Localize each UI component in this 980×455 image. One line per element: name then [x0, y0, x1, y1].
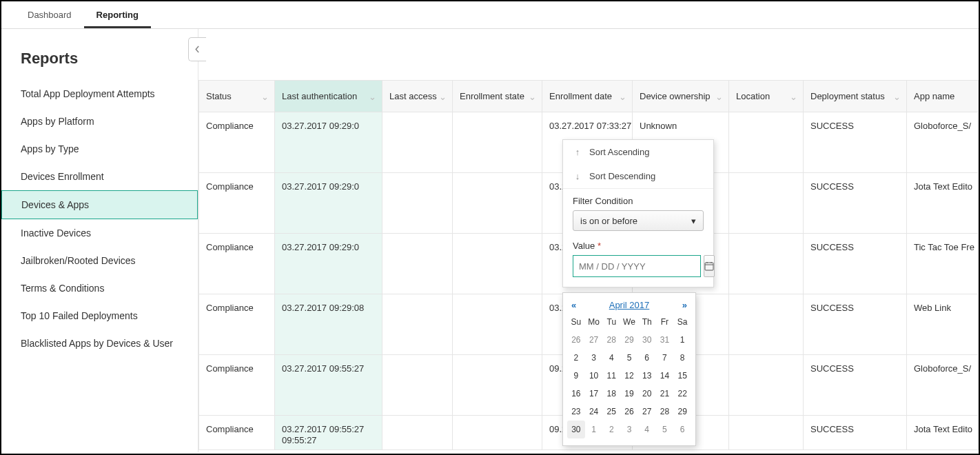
- calendar-day[interactable]: 20: [638, 385, 656, 403]
- calendar-day[interactable]: 27: [585, 331, 603, 349]
- col-ownership-label: Device ownership: [640, 91, 711, 101]
- col-ownership[interactable]: Device ownership⌄: [633, 81, 729, 112]
- calendar-day[interactable]: 19: [620, 385, 638, 403]
- calendar-day[interactable]: 3: [620, 421, 638, 438]
- chevron-down-icon[interactable]: ⌄: [529, 91, 536, 101]
- calendar-day[interactable]: 26: [620, 403, 638, 421]
- calendar-day[interactable]: 31: [656, 331, 674, 349]
- filter-condition-select[interactable]: is on or before ▾: [573, 210, 704, 231]
- col-enroll-date[interactable]: Enrollment date⌄: [542, 81, 633, 112]
- calendar-day[interactable]: 3: [585, 349, 603, 367]
- calendar-day[interactable]: 1: [673, 331, 691, 349]
- table-cell: 03.27.2017 09:55:27: [275, 355, 382, 416]
- calendar-day[interactable]: 30: [567, 421, 585, 438]
- sidebar-item[interactable]: Inactive Devices: [1, 219, 198, 247]
- table-cell: Compliance: [199, 294, 275, 355]
- sidebar-item[interactable]: Terms & Conditions: [1, 274, 198, 302]
- calendar-day[interactable]: 26: [567, 331, 585, 349]
- sidebar-item[interactable]: Total App Deployment Attempts: [1, 80, 198, 108]
- calendar-dow: We: [620, 314, 638, 331]
- table-cell: 03.27.2017 09:29:0: [275, 173, 382, 234]
- calendar-day[interactable]: 2: [602, 421, 620, 438]
- table-cell: [453, 355, 542, 416]
- col-last-auth[interactable]: Last authentication⌄: [275, 81, 382, 112]
- calendar-day[interactable]: 13: [638, 367, 656, 385]
- col-app-name[interactable]: App name: [907, 81, 979, 112]
- table-cell: Compliance: [199, 173, 275, 234]
- calendar-icon: [704, 261, 714, 271]
- calendar-dow: Th: [638, 314, 656, 331]
- calendar-day[interactable]: 16: [567, 385, 585, 403]
- filter-date-input[interactable]: [573, 255, 701, 277]
- calendar-day[interactable]: 18: [602, 385, 620, 403]
- sidebar-item[interactable]: Jailbroken/Rooted Devices: [1, 247, 198, 274]
- open-calendar-button[interactable]: [704, 255, 715, 277]
- sort-asc-label: Sort Ascending: [589, 147, 649, 157]
- table-cell: SUCCESS: [804, 416, 907, 450]
- chevron-down-icon[interactable]: ⌄: [439, 91, 447, 101]
- calendar-next[interactable]: »: [682, 300, 687, 310]
- calendar-day[interactable]: 29: [673, 403, 691, 421]
- calendar-day[interactable]: 15: [673, 367, 691, 385]
- col-location[interactable]: Location⌄: [729, 81, 804, 112]
- sidebar-item[interactable]: Blacklisted Apps by Devices & User: [1, 330, 198, 357]
- calendar-day[interactable]: 24: [585, 403, 603, 421]
- chevron-down-icon[interactable]: ⌄: [261, 91, 269, 101]
- calendar-day[interactable]: 27: [638, 403, 656, 421]
- table-cell: Web Link: [907, 294, 979, 355]
- calendar-day[interactable]: 28: [656, 403, 674, 421]
- col-enroll-state[interactable]: Enrollment state⌄: [453, 81, 542, 112]
- calendar-day[interactable]: 10: [585, 367, 603, 385]
- calendar-day[interactable]: 8: [673, 349, 691, 367]
- calendar-day[interactable]: 17: [585, 385, 603, 403]
- sort-ascending[interactable]: ↑ Sort Ascending: [563, 140, 713, 164]
- col-status[interactable]: Status⌄: [199, 81, 275, 112]
- calendar-day[interactable]: 4: [638, 421, 656, 438]
- calendar-day[interactable]: 30: [638, 331, 656, 349]
- calendar-day[interactable]: 5: [656, 421, 674, 438]
- calendar-day[interactable]: 2: [567, 349, 585, 367]
- sidebar-item[interactable]: Apps by Type: [1, 135, 198, 163]
- calendar-title[interactable]: April 2017: [609, 300, 650, 310]
- calendar-day[interactable]: 11: [602, 367, 620, 385]
- sidebar-item[interactable]: Devices Enrollment: [1, 163, 198, 190]
- calendar-day[interactable]: 29: [620, 331, 638, 349]
- calendar-day[interactable]: 1: [585, 421, 603, 438]
- calendar-day[interactable]: 6: [673, 421, 691, 438]
- calendar-day[interactable]: 14: [656, 367, 674, 385]
- chevron-down-icon[interactable]: ⌄: [715, 91, 723, 101]
- sort-descending[interactable]: ↓ Sort Descending: [563, 164, 713, 188]
- calendar-day[interactable]: 5: [620, 349, 638, 367]
- sidebar-item[interactable]: Top 10 Failed Deployments: [1, 302, 198, 330]
- table-cell: [382, 416, 453, 450]
- table-cell: [729, 355, 804, 416]
- required-asterisk: *: [598, 241, 601, 251]
- chevron-down-icon[interactable]: ⌄: [369, 91, 376, 101]
- calendar-day[interactable]: 6: [638, 349, 656, 367]
- calendar-day[interactable]: 12: [620, 367, 638, 385]
- calendar-prev[interactable]: «: [571, 300, 576, 310]
- calendar-day[interactable]: 28: [602, 331, 620, 349]
- calendar-day[interactable]: 9: [567, 367, 585, 385]
- tab-dashboard[interactable]: Dashboard: [15, 3, 84, 28]
- calendar-day[interactable]: 23: [567, 403, 585, 421]
- chevron-down-icon[interactable]: ⌄: [893, 91, 901, 101]
- col-deploy-status[interactable]: Deployment status⌄: [804, 81, 907, 112]
- chevron-down-icon[interactable]: ⌄: [790, 91, 797, 101]
- table-cell: [453, 234, 542, 294]
- table-cell: Jota Text Edito: [907, 173, 979, 234]
- table-cell: [453, 294, 542, 355]
- calendar-day[interactable]: 4: [602, 349, 620, 367]
- col-last-access[interactable]: Last access⌄: [382, 81, 453, 112]
- table-cell: [729, 173, 804, 234]
- calendar-day[interactable]: 25: [602, 403, 620, 421]
- calendar-day[interactable]: 21: [656, 385, 674, 403]
- calendar-day[interactable]: 7: [656, 349, 674, 367]
- tab-reporting[interactable]: Reporting: [84, 3, 151, 28]
- chevron-down-icon[interactable]: ⌄: [619, 91, 626, 101]
- sidebar-item[interactable]: Devices & Apps: [1, 190, 198, 219]
- table-cell: 03.27.2017 09:29:08: [275, 294, 382, 355]
- calendar-day[interactable]: 22: [673, 385, 691, 403]
- sidebar-item[interactable]: Apps by Platform: [1, 108, 198, 135]
- table-cell: SUCCESS: [804, 294, 907, 355]
